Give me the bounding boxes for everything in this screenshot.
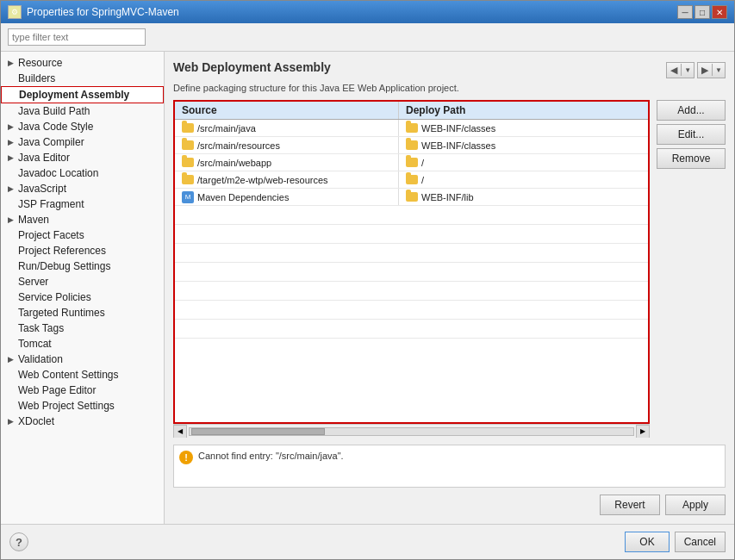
- sidebar-item-validation[interactable]: ▶ Validation: [1, 352, 164, 367]
- nav-back-button[interactable]: ◀: [667, 63, 681, 78]
- sidebar-item-web-content-settings[interactable]: Web Content Settings: [1, 367, 164, 383]
- minimize-button[interactable]: ─: [677, 5, 693, 19]
- sidebar-item-project-facets[interactable]: Project Facets: [1, 227, 164, 243]
- table-row[interactable]: /src/main/resources WEB-INF/classes: [175, 137, 648, 154]
- filter-area: [1, 23, 734, 52]
- sidebar-item-targeted-runtimes[interactable]: Targeted Runtimes: [1, 305, 164, 320]
- apply-button[interactable]: Apply: [665, 495, 726, 515]
- table-row[interactable]: /target/m2e-wtp/web-resources /: [175, 171, 648, 189]
- nav-back-dropdown[interactable]: ▼: [682, 65, 694, 76]
- expand-arrow: ▶: [8, 153, 18, 162]
- sidebar-item-java-build-path[interactable]: Java Build Path: [1, 103, 164, 119]
- source-cell: /src/main/resources: [175, 137, 399, 153]
- nav-forward-button[interactable]: ▶: [698, 63, 712, 78]
- sidebar-item-javascript[interactable]: ▶ JavaScript: [1, 181, 164, 196]
- sidebar-item-label: XDoclet: [18, 415, 54, 427]
- table-row-empty: [175, 225, 648, 244]
- sidebar-item-label: Java Compiler: [18, 136, 84, 148]
- sidebar-item-tomcat[interactable]: Tomcat: [1, 336, 164, 352]
- table-header: Source Deploy Path: [175, 102, 648, 120]
- help-button[interactable]: ?: [9, 532, 28, 551]
- warning-icon: !: [179, 451, 193, 464]
- table-row[interactable]: /src/main/webapp /: [175, 154, 648, 171]
- sidebar-item-label: Targeted Runtimes: [18, 307, 105, 319]
- table-body[interactable]: /src/main/java WEB-INF/classes: [175, 120, 648, 422]
- main-panel: ▶ Resource Builders Deployment Assembly …: [1, 52, 734, 524]
- side-buttons: Add... Edit... Remove: [657, 100, 726, 438]
- sidebar-item-label: Service Policies: [18, 291, 91, 303]
- sidebar-item-label: Maven: [18, 214, 49, 226]
- sidebar-item-label: Project References: [18, 245, 106, 257]
- edit-button[interactable]: Edit...: [657, 124, 726, 145]
- source-cell: /target/m2e-wtp/web-resources: [175, 171, 399, 188]
- sidebar-item-task-tags[interactable]: Task Tags: [1, 320, 164, 336]
- expand-arrow: ▶: [8, 355, 18, 364]
- bottom-right: OK Cancel: [625, 532, 726, 552]
- table-row-empty: [175, 301, 648, 320]
- sidebar-item-project-references[interactable]: Project References: [1, 243, 164, 258]
- deploy-cell: WEB-INF/classes: [399, 120, 648, 136]
- folder-icon: [182, 140, 194, 150]
- sidebar-item-java-editor[interactable]: ▶ Java Editor: [1, 150, 164, 165]
- assembly-table: Source Deploy Path /src/main/java: [173, 100, 650, 424]
- sidebar-item-service-policies[interactable]: Service Policies: [1, 289, 164, 305]
- scroll-left-button[interactable]: ◀: [173, 425, 187, 439]
- source-cell: M Maven Dependencies: [175, 189, 399, 205]
- sidebar-item-label: Tomcat: [18, 338, 52, 350]
- column-source: Source: [175, 102, 399, 119]
- remove-button[interactable]: Remove: [657, 148, 726, 169]
- sidebar-item-web-project-settings[interactable]: Web Project Settings: [1, 398, 164, 414]
- folder-icon: [182, 175, 194, 184]
- deploy-path: /: [421, 158, 424, 168]
- sidebar-item-label: Resource: [18, 57, 62, 69]
- source-path: Maven Dependencies: [197, 192, 289, 202]
- deploy-cell: WEB-INF/classes: [399, 137, 648, 153]
- warning-text: Cannot find entry: "/src/main/java".: [198, 451, 344, 461]
- sidebar-item-label: Builders: [18, 72, 55, 84]
- sidebar-item-builders[interactable]: Builders: [1, 71, 164, 86]
- expand-arrow: ▶: [8, 59, 18, 67]
- sidebar-item-server[interactable]: Server: [1, 274, 164, 289]
- folder-icon: [182, 158, 194, 167]
- sidebar-item-label: Server: [18, 276, 48, 288]
- sidebar-item-run-debug-settings[interactable]: Run/Debug Settings: [1, 258, 164, 274]
- scroll-right-button[interactable]: ▶: [636, 425, 650, 439]
- horizontal-scrollbar[interactable]: [189, 427, 634, 436]
- title-bar-left: ⚙ Properties for SpringMVC-Maven: [8, 5, 179, 19]
- filter-input[interactable]: [8, 28, 146, 46]
- sidebar-item-xdoclet[interactable]: ▶ XDoclet: [1, 414, 164, 429]
- deploy-cell: WEB-INF/lib: [399, 189, 648, 205]
- add-button[interactable]: Add...: [657, 100, 726, 121]
- properties-dialog: ⚙ Properties for SpringMVC-Maven ─ □ ✕ ▶…: [0, 0, 735, 560]
- cancel-button[interactable]: Cancel: [675, 532, 726, 552]
- assembly-area: Source Deploy Path /src/main/java: [173, 100, 726, 438]
- close-button[interactable]: ✕: [712, 5, 727, 19]
- sidebar-item-maven[interactable]: ▶ Maven: [1, 212, 164, 227]
- deploy-path: WEB-INF/lib: [421, 192, 474, 202]
- maximize-button[interactable]: □: [695, 5, 710, 19]
- source-path: /src/main/java: [197, 123, 256, 134]
- deploy-cell: /: [399, 154, 648, 171]
- sidebar-item-web-page-editor[interactable]: Web Page Editor: [1, 383, 164, 398]
- horizontal-scrollbar-area: ◀ ▶: [173, 424, 650, 438]
- folder-icon: [182, 123, 194, 133]
- deploy-path: WEB-INF/classes: [421, 140, 495, 151]
- sidebar-item-resource[interactable]: ▶ Resource: [1, 55, 164, 71]
- panel-description: Define packaging structure for this Java…: [173, 83, 726, 93]
- ok-button[interactable]: OK: [625, 532, 669, 552]
- nav-forward-dropdown[interactable]: ▼: [713, 65, 725, 76]
- revert-button[interactable]: Revert: [600, 495, 660, 515]
- sidebar-item-jsp-fragment[interactable]: JSP Fragment: [1, 196, 164, 212]
- table-row[interactable]: M Maven Dependencies WEB-INF/lib: [175, 189, 648, 206]
- table-row[interactable]: /src/main/java WEB-INF/classes: [175, 120, 648, 137]
- sidebar-item-java-code-style[interactable]: ▶ Java Code Style: [1, 119, 164, 134]
- sidebar-item-label: Web Page Editor: [18, 384, 97, 396]
- sidebar-item-label: Java Build Path: [18, 105, 90, 117]
- sidebar-item-deployment-assembly[interactable]: Deployment Assembly: [1, 86, 164, 103]
- sidebar-item-javadoc-location[interactable]: Javadoc Location: [1, 165, 164, 181]
- expand-arrow: ▶: [8, 184, 18, 193]
- deploy-cell: /: [399, 171, 648, 188]
- content-area: ▶ Resource Builders Deployment Assembly …: [1, 23, 734, 524]
- sidebar-item-java-compiler[interactable]: ▶ Java Compiler: [1, 134, 164, 150]
- right-panel: Web Deployment Assembly ◀ ▼ ▶ ▼: [165, 52, 734, 524]
